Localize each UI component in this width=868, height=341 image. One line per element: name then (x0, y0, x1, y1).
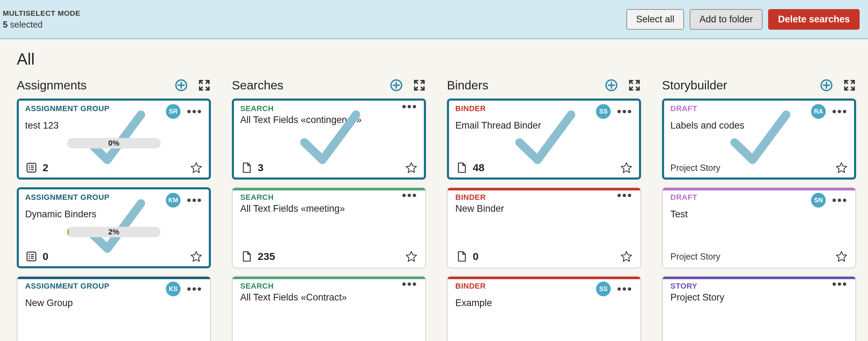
card-type-label: BINDER (455, 282, 486, 291)
card-top-right: SN••• (811, 193, 848, 208)
more-menu-icon[interactable]: ••• (832, 109, 848, 114)
star-icon[interactable] (620, 250, 633, 263)
delete-searches-button[interactable]: Delete searches (768, 9, 860, 30)
more-menu-icon[interactable]: ••• (402, 104, 418, 109)
card-top-right: ••• (402, 282, 418, 286)
more-menu-icon[interactable]: ••• (617, 286, 633, 291)
card-stripe (17, 277, 210, 279)
avatar[interactable]: RA (811, 104, 826, 119)
avatar[interactable]: SR (166, 104, 181, 119)
star-icon[interactable] (835, 250, 848, 263)
star-icon[interactable] (405, 250, 418, 263)
card-stripe (663, 277, 855, 279)
card-bottom: 0 (455, 250, 633, 263)
star-icon[interactable] (190, 161, 203, 174)
card-bottom-left: Project Story (670, 252, 720, 262)
card[interactable]: BINDERSS•••Example (447, 276, 641, 341)
card-bottom-left: Project Story (670, 163, 720, 173)
card-bottom-left: 2 (25, 161, 49, 174)
select-all-button[interactable]: Select all (626, 9, 684, 30)
star-icon[interactable] (620, 161, 633, 174)
card-title: All Text Fields «meeting» (240, 203, 418, 214)
card[interactable]: DRAFTRA•••Labels and codesProject Story (662, 99, 856, 180)
avatar[interactable]: KM (166, 193, 181, 208)
expand-icon[interactable] (198, 79, 211, 92)
card-count: 2 (43, 162, 49, 174)
card-title: test 123 (25, 120, 203, 131)
star-icon[interactable] (190, 250, 203, 263)
card[interactable]: BINDERSS•••Email Thread Binder 48 (447, 99, 641, 180)
card-top: BINDERSS••• (455, 104, 633, 119)
column-header: Storybuilder (662, 78, 856, 92)
card-bottom-left: 0 (455, 250, 479, 263)
card-bottom-left: 48 (455, 161, 484, 174)
card-title: Test (670, 209, 848, 220)
more-menu-icon[interactable]: ••• (187, 198, 203, 203)
column-searches: Searches SEARCH•••All Text Fields «conti… (232, 78, 426, 341)
column-header: Assignments (17, 78, 211, 92)
card[interactable]: ASSIGNMENT GROUPSR•••test 123 0% 2 (17, 99, 211, 180)
column-header: Searches (232, 78, 426, 92)
card-count: 0 (43, 251, 49, 262)
doc-icon (240, 250, 253, 263)
card[interactable]: BINDER•••New Binder 0 (447, 187, 641, 268)
card-title: New Group (25, 298, 203, 309)
avatar[interactable]: KS (166, 282, 181, 296)
more-menu-icon[interactable]: ••• (832, 282, 848, 286)
page-title: All (17, 50, 851, 68)
card[interactable]: ASSIGNMENT GROUPKS•••New Group (17, 276, 211, 341)
add-icon[interactable] (175, 79, 188, 92)
card[interactable]: ASSIGNMENT GROUPKM•••Dynamic Binders 2% … (17, 187, 211, 268)
add-icon[interactable] (390, 79, 403, 92)
card[interactable]: SEARCH•••All Text Fields «meeting» 235 (232, 187, 426, 268)
more-menu-icon[interactable]: ••• (617, 193, 633, 198)
more-menu-icon[interactable]: ••• (187, 109, 203, 114)
more-menu-icon[interactable]: ••• (402, 193, 418, 198)
card-top: DRAFTSN••• (670, 193, 848, 208)
card[interactable]: STORY•••Project Story (662, 276, 856, 341)
avatar[interactable]: SS (596, 104, 611, 119)
card[interactable]: SEARCH•••All Text Fields «Contract» (232, 276, 426, 341)
expand-icon[interactable] (843, 79, 856, 92)
progress-text: 2% (67, 227, 161, 237)
column-header-icons (390, 79, 426, 92)
card-top-right: KS••• (166, 282, 203, 296)
more-menu-icon[interactable]: ••• (832, 198, 848, 203)
avatar[interactable]: SS (596, 282, 611, 296)
card-bottom: 235 (240, 250, 418, 263)
card-type-label: SEARCH (240, 282, 274, 291)
add-to-folder-button[interactable]: Add to folder (690, 9, 763, 30)
card-stripe (233, 188, 425, 190)
card-top: SEARCH••• (240, 104, 418, 113)
card[interactable]: DRAFTSN•••TestProject Story (662, 187, 856, 268)
more-menu-icon[interactable]: ••• (402, 282, 418, 286)
star-icon[interactable] (405, 161, 418, 174)
card[interactable]: SEARCH•••All Text Fields «contingency» 3 (232, 99, 426, 180)
card-bottom: 3 (240, 161, 418, 174)
doc-icon (455, 250, 468, 263)
card-type-label: SEARCH (240, 193, 274, 202)
add-icon[interactable] (605, 79, 618, 92)
more-menu-icon[interactable]: ••• (187, 286, 203, 291)
card-count: 0 (473, 251, 479, 262)
selected-count-label: 5 selected (3, 20, 80, 30)
column-title: Assignments (17, 78, 87, 92)
card-top-right: ••• (617, 193, 633, 198)
card-stripe (448, 188, 640, 190)
card-top: SEARCH••• (240, 282, 418, 291)
add-icon[interactable] (820, 79, 833, 92)
card-title: Example (455, 298, 633, 309)
card-type-label: DRAFT (670, 104, 697, 113)
expand-icon[interactable] (628, 79, 641, 92)
card-top-right: RA••• (811, 104, 848, 119)
list-icon (25, 161, 38, 174)
avatar[interactable]: SN (811, 193, 826, 208)
column-assignments: Assignments ASSIGNMENT GROUPSR•••test 12… (17, 78, 211, 341)
expand-icon[interactable] (413, 79, 426, 92)
column-header-icons (175, 79, 211, 92)
topbar-left: MULTISELECT MODE 5 selected (3, 9, 80, 30)
more-menu-icon[interactable]: ••• (617, 109, 633, 114)
page-body: All Assignments ASSIGNMENT GROUPSR•••tes… (0, 39, 868, 341)
star-icon[interactable] (835, 161, 848, 174)
card-stripe (663, 188, 855, 190)
